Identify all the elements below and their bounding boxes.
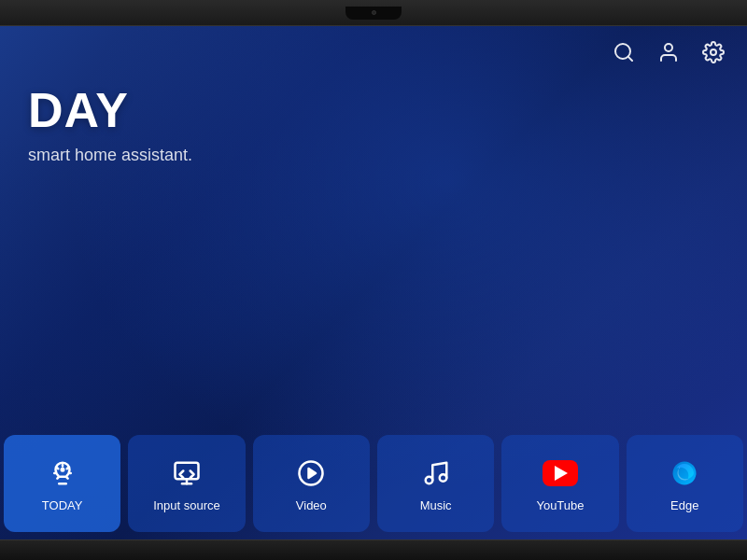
tv-frame: DAY smart home assistant. TODAY xyxy=(0,0,747,560)
edge-icon xyxy=(667,455,702,491)
svg-rect-5 xyxy=(175,462,198,479)
nav-item-video[interactable]: Video xyxy=(253,435,370,532)
nav-label-music: Music xyxy=(420,498,452,512)
video-play-icon xyxy=(293,455,329,491)
nav-label-youtube: YouTube xyxy=(536,498,584,512)
screen: DAY smart home assistant. TODAY xyxy=(0,26,747,539)
page-title: DAY xyxy=(28,86,719,134)
camera-dot xyxy=(372,10,376,15)
nav-item-input-source[interactable]: Input source xyxy=(128,435,245,532)
svg-marker-7 xyxy=(309,469,317,478)
nav-item-today[interactable]: TODAY xyxy=(4,435,120,532)
svg-line-1 xyxy=(628,57,632,61)
svg-point-3 xyxy=(711,49,716,55)
nav-item-edge[interactable]: Edge xyxy=(627,435,743,532)
tv-stand xyxy=(0,539,747,560)
svg-point-8 xyxy=(425,476,432,483)
youtube-icon xyxy=(543,455,578,491)
main-content: DAY smart home assistant. xyxy=(0,67,747,427)
search-button[interactable] xyxy=(609,37,639,67)
lightbulb-icon xyxy=(45,455,80,491)
input-source-icon xyxy=(169,455,204,491)
nav-label-video: Video xyxy=(296,498,327,512)
svg-point-4 xyxy=(61,469,63,471)
subtitle: smart home assistant. xyxy=(28,146,719,165)
svg-point-9 xyxy=(439,474,446,482)
svg-point-2 xyxy=(665,44,672,51)
account-button[interactable] xyxy=(654,37,684,67)
nav-label-input-source: Input source xyxy=(153,498,220,512)
camera-bump xyxy=(345,7,402,20)
nav-label-today: TODAY xyxy=(42,498,83,512)
nav-item-youtube[interactable]: YouTube xyxy=(501,435,618,532)
nav-item-music[interactable]: Music xyxy=(377,435,494,532)
music-icon xyxy=(418,455,454,491)
top-bar xyxy=(0,26,747,67)
tv-bezel-top xyxy=(0,0,747,26)
settings-button[interactable] xyxy=(698,37,728,67)
bottom-nav: TODAY Input source xyxy=(0,427,747,539)
nav-label-edge: Edge xyxy=(670,498,698,512)
